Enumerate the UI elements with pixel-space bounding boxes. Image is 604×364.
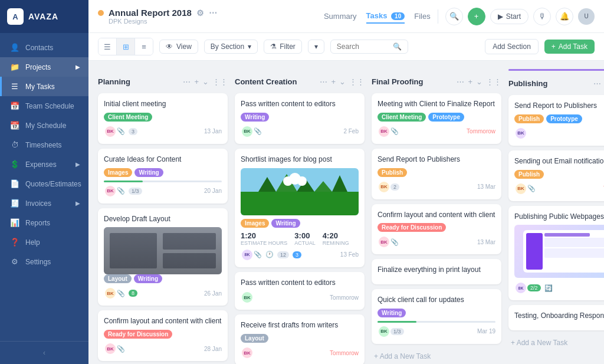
card-f2[interactable]: Send Report to Publishers Publish BK 2 1… (372, 149, 501, 199)
project-name: Annual Report 2018 (109, 8, 192, 18)
avatar: BK (241, 125, 254, 138)
card-c2-tags: Images Writing (241, 219, 359, 228)
add-button[interactable]: + (468, 8, 485, 25)
card-count: 12 (277, 251, 289, 258)
sidebar-item-contacts[interactable]: 👤 Contacts (0, 38, 88, 57)
toolbar: ☰ ⊞ ≡ 👁 View By Section ▾ ⚗ Filter ▾ 🔍 A… (88, 33, 604, 61)
sidebar-item-timesheets[interactable]: ⏱ Timesheets (0, 135, 88, 155)
card-c4[interactable]: Receive first drafts from writers Layout… (235, 314, 365, 364)
tag-layout: Layout (104, 274, 132, 283)
search-input[interactable] (337, 42, 393, 51)
card-pub2-title: Sending out Email notifications (514, 156, 604, 166)
column-content-add[interactable]: + (331, 77, 336, 86)
sidebar-item-invoices[interactable]: 🧾 Invoices ▶ (0, 194, 88, 213)
card-pub3-title: Publishing Public Webpages (514, 212, 604, 222)
sort-button[interactable]: ▾ (308, 40, 324, 54)
card-pub2[interactable]: Sending out Email notifications Publish … (508, 150, 604, 201)
sidebar-item-reports[interactable]: 📊 Reports (0, 213, 88, 232)
notification-button[interactable]: 🔔 (556, 8, 573, 25)
card-c2-footer: 8K 📎 🕐 12 3 13 Feb (241, 248, 359, 261)
sidebar-item-expenses[interactable]: 💲 Expenses ▶ (0, 155, 88, 174)
clip-icon: 📎 (117, 187, 125, 195)
column-proofing-drag[interactable]: ⋮⋮ (486, 77, 501, 86)
column-proofing-collapse[interactable]: ⌄ (476, 77, 482, 86)
card-c3[interactable]: Pass written content to editors BK Tommo… (235, 272, 365, 310)
column-planning-drag[interactable]: ⋮⋮ (212, 77, 228, 86)
column-planning-add[interactable]: + (194, 77, 199, 86)
card-date: 26 Jan (204, 290, 222, 297)
publishing-webpage-image (514, 225, 604, 278)
sidebar-item-settings[interactable]: ⚙ Settings (0, 252, 88, 271)
filter-button[interactable]: ⚗ Filter (264, 40, 302, 54)
card-pub4[interactable]: Testing, Onboarding Responses (508, 305, 604, 330)
card-date: 13 Mar (477, 239, 495, 245)
tab-files[interactable]: Files (414, 9, 430, 23)
card-f1-title: Meeting with Client to Finalize Report (378, 99, 495, 109)
list-view-button[interactable]: ☰ (99, 38, 116, 55)
plus-icon: + (552, 42, 556, 51)
sidebar-collapse-button[interactable]: ‹ (0, 341, 88, 364)
card-p2[interactable]: Curate Ideas for Content Images Writing … (98, 149, 228, 204)
card-f3[interactable]: Confirm layout and content with client R… (372, 204, 501, 255)
section-select[interactable]: By Section ▾ (204, 40, 258, 54)
header-divider (438, 9, 438, 24)
start-button[interactable]: ▶ Start (490, 9, 528, 24)
search-box[interactable]: 🔍 (330, 40, 408, 54)
card-p4[interactable]: Confirm layout and content with client R… (98, 310, 228, 361)
card-pub3[interactable]: Publishing Public Webpages 8K (508, 206, 604, 301)
column-proofing-more[interactable]: ⋯ (457, 77, 464, 86)
my-tasks-icon: ☰ (10, 82, 19, 91)
search-button[interactable]: 🔍 (445, 8, 463, 25)
sidebar-item-my-tasks[interactable]: ☰ My Tasks (0, 77, 88, 96)
card-f4[interactable]: Finalize everything in print layout (372, 259, 501, 284)
column-publishing-more[interactable]: ⋯ (593, 79, 601, 88)
add-task-proofing[interactable]: + Add a New Task (372, 349, 501, 364)
sidebar-item-label: Settings (25, 258, 51, 266)
column-content-drag[interactable]: ⋮⋮ (349, 77, 365, 86)
timeline-view-button[interactable]: ≡ (135, 38, 153, 55)
card-f3-tags: Ready for Discussion (378, 223, 495, 232)
settings-icon[interactable]: ⚙ (196, 8, 204, 18)
card-p3[interactable]: Develop Draft Layout Layout Writing BK 📎 (98, 208, 228, 306)
sidebar-item-quotes[interactable]: 📄 Quotes/Estimates (0, 174, 88, 194)
more-icon[interactable]: ⋯ (209, 8, 217, 18)
refresh-icon: 🔄 (544, 284, 553, 292)
play-icon: ▶ (498, 12, 503, 21)
page-header: Annual Report 2018 ⚙ ⋯ DPK Designs Summa… (88, 0, 604, 33)
board-view-button[interactable]: ⊞ (117, 38, 134, 55)
user-avatar[interactable]: U (578, 8, 595, 25)
card-f3-footer: BK 📎 13 Mar (378, 235, 495, 248)
tab-tasks[interactable]: Tasks 10 (366, 9, 405, 24)
sidebar-item-label: Quotes/Estimates (25, 180, 81, 188)
card-pub1-tags: Publish Prototype (514, 114, 604, 123)
sidebar-item-projects[interactable]: 📁 Projects ▶ (0, 57, 88, 77)
progress-bar (104, 181, 222, 182)
tag-writing: Writing (134, 274, 162, 283)
sidebar-item-my-schedule[interactable]: 📆 My Schedule (0, 116, 88, 135)
column-planning-header: Planning ⋯ + ⌄ ⋮⋮ (98, 76, 228, 88)
column-planning-more[interactable]: ⌄ (202, 77, 209, 86)
sidebar-item-help[interactable]: ❓ Help (0, 232, 88, 252)
column-content-more[interactable]: ⋯ (320, 77, 327, 86)
card-c2[interactable]: Shortlist images for blog post (235, 149, 365, 267)
card-count: 3 (129, 128, 137, 135)
column-proofing-add[interactable]: + (468, 77, 472, 86)
tab-summary[interactable]: Summary (324, 9, 357, 23)
microphone-button[interactable]: 🎙 (533, 8, 551, 25)
card-c1[interactable]: Pass written content to editors Writing … (235, 93, 365, 144)
add-task-publishing[interactable]: + Add a New Task (508, 335, 604, 350)
add-task-button[interactable]: + Add Task (544, 40, 595, 54)
card-f5[interactable]: Quick client call for updates Writing BK… (372, 289, 501, 344)
card-pub1[interactable]: Send Report to Publishers Publish Protot… (508, 95, 604, 146)
card-p1[interactable]: Initial client meeting Client Meeting BK… (98, 93, 228, 144)
sidebar-item-team-schedule[interactable]: 📅 Team Schedule (0, 96, 88, 116)
clip-icon: 📎 (117, 345, 125, 353)
column-content-collapse[interactable]: ⌄ (339, 77, 346, 86)
tag-writing: Writing (378, 309, 406, 317)
card-c4-tags: Layout (241, 334, 359, 343)
card-f1[interactable]: Meeting with Client to Finalize Report C… (372, 93, 501, 144)
view-select[interactable]: 👁 View (159, 40, 198, 54)
column-planning-actions[interactable]: ⋯ (183, 77, 191, 86)
card-p2-footer: BK 📎 1/3 20 Jan (104, 185, 222, 198)
add-section-button[interactable]: Add Section (485, 39, 539, 54)
